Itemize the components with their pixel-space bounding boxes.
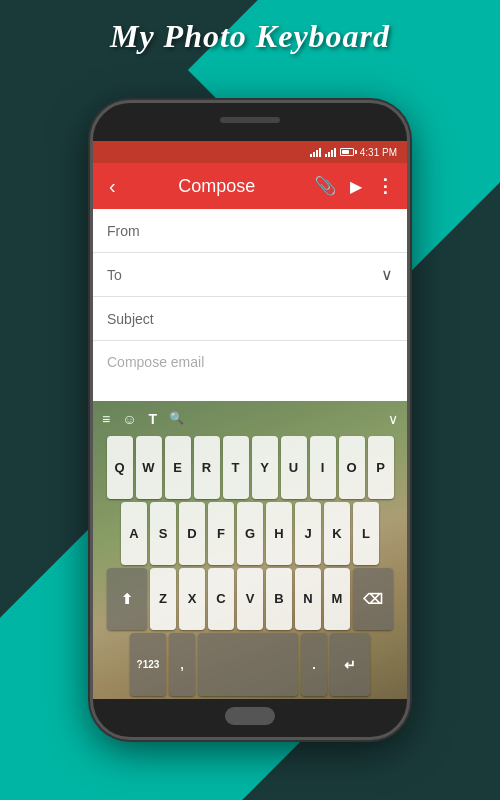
key-s[interactable]: S xyxy=(150,502,176,565)
comma-key[interactable]: , xyxy=(169,633,195,696)
phone-speaker xyxy=(220,117,280,123)
search-icon[interactable]: 🔍 xyxy=(169,411,184,427)
key-y[interactable]: Y xyxy=(252,436,278,499)
keyboard-row-2: A S D F G H J K L xyxy=(96,502,404,565)
key-l[interactable]: L xyxy=(353,502,379,565)
phone-frame: 4:31 PM ‹ Compose 📎 ▶ ⋮ From To ∨ Subjec… xyxy=(90,100,410,740)
status-icons: 4:31 PM xyxy=(310,147,397,158)
key-m[interactable]: M xyxy=(324,568,350,631)
email-toolbar: ‹ Compose 📎 ▶ ⋮ xyxy=(93,163,407,209)
backspace-key[interactable]: ⌫ xyxy=(353,568,393,631)
keyboard-row-3: ⬆ Z X C V B N M ⌫ xyxy=(96,568,404,631)
hamburger-icon[interactable]: ≡ xyxy=(102,411,110,427)
signal-bars xyxy=(310,148,321,157)
keyboard-area: ≡ ☺ T 🔍 ∨ Q W E R T Y xyxy=(93,401,407,699)
key-f[interactable]: F xyxy=(208,502,234,565)
key-u[interactable]: U xyxy=(281,436,307,499)
more-icon[interactable]: ⋮ xyxy=(376,175,395,197)
key-i[interactable]: I xyxy=(310,436,336,499)
send-icon[interactable]: ▶ xyxy=(350,177,362,196)
key-g[interactable]: G xyxy=(237,502,263,565)
keyboard-row-bottom: ?123 , . ↵ xyxy=(96,633,404,696)
key-o[interactable]: O xyxy=(339,436,365,499)
emoji-icon[interactable]: ☺ xyxy=(122,411,136,427)
battery-icon xyxy=(340,148,354,156)
period-key[interactable]: . xyxy=(301,633,327,696)
signal-bars-2 xyxy=(325,148,336,157)
numbers-key[interactable]: ?123 xyxy=(130,633,166,696)
to-chevron-icon: ∨ xyxy=(381,265,393,284)
key-d[interactable]: D xyxy=(179,502,205,565)
keyboard-row-1: Q W E R T Y U I O P xyxy=(96,436,404,499)
key-q[interactable]: Q xyxy=(107,436,133,499)
compose-area: From To ∨ Subject Compose email xyxy=(93,209,407,401)
key-w[interactable]: W xyxy=(136,436,162,499)
time-display: 4:31 PM xyxy=(360,147,397,158)
subject-field[interactable]: Subject xyxy=(93,297,407,341)
key-r[interactable]: R xyxy=(194,436,220,499)
keyboard-container: ≡ ☺ T 🔍 ∨ Q W E R T Y xyxy=(93,401,407,699)
shift-key[interactable]: ⬆ xyxy=(107,568,147,631)
keyboard-toolbar-left: ≡ ☺ T 🔍 xyxy=(102,411,184,427)
toolbar-title: Compose xyxy=(130,176,304,197)
key-n[interactable]: N xyxy=(295,568,321,631)
key-h[interactable]: H xyxy=(266,502,292,565)
email-body-field[interactable]: Compose email xyxy=(93,341,407,401)
keyboard-toolbar-right: ∨ xyxy=(388,411,398,427)
battery-fill xyxy=(342,150,350,154)
key-t[interactable]: T xyxy=(223,436,249,499)
text-icon[interactable]: T xyxy=(148,411,157,427)
from-label: From xyxy=(107,223,393,239)
to-label: To xyxy=(107,267,381,283)
enter-key[interactable]: ↵ xyxy=(330,633,370,696)
page-title: My Photo Keyboard xyxy=(0,18,500,55)
keyboard-toolbar-row: ≡ ☺ T 🔍 ∨ xyxy=(96,405,404,433)
key-v[interactable]: V xyxy=(237,568,263,631)
phone-home-button[interactable] xyxy=(225,707,275,725)
from-field[interactable]: From xyxy=(93,209,407,253)
space-key[interactable] xyxy=(198,633,298,696)
to-field[interactable]: To ∨ xyxy=(93,253,407,297)
toolbar-actions: 📎 ▶ ⋮ xyxy=(314,175,395,197)
key-e[interactable]: E xyxy=(165,436,191,499)
key-p[interactable]: P xyxy=(368,436,394,499)
back-button[interactable]: ‹ xyxy=(105,171,120,202)
body-placeholder: Compose email xyxy=(107,354,204,370)
key-x[interactable]: X xyxy=(179,568,205,631)
key-a[interactable]: A xyxy=(121,502,147,565)
subject-label: Subject xyxy=(107,311,393,327)
key-k[interactable]: K xyxy=(324,502,350,565)
key-b[interactable]: B xyxy=(266,568,292,631)
key-j[interactable]: J xyxy=(295,502,321,565)
key-c[interactable]: C xyxy=(208,568,234,631)
phone-screen: 4:31 PM ‹ Compose 📎 ▶ ⋮ From To ∨ Subjec… xyxy=(93,141,407,699)
attach-icon[interactable]: 📎 xyxy=(314,175,336,197)
key-z[interactable]: Z xyxy=(150,568,176,631)
status-bar: 4:31 PM xyxy=(93,141,407,163)
collapse-keyboard-icon[interactable]: ∨ xyxy=(388,411,398,427)
